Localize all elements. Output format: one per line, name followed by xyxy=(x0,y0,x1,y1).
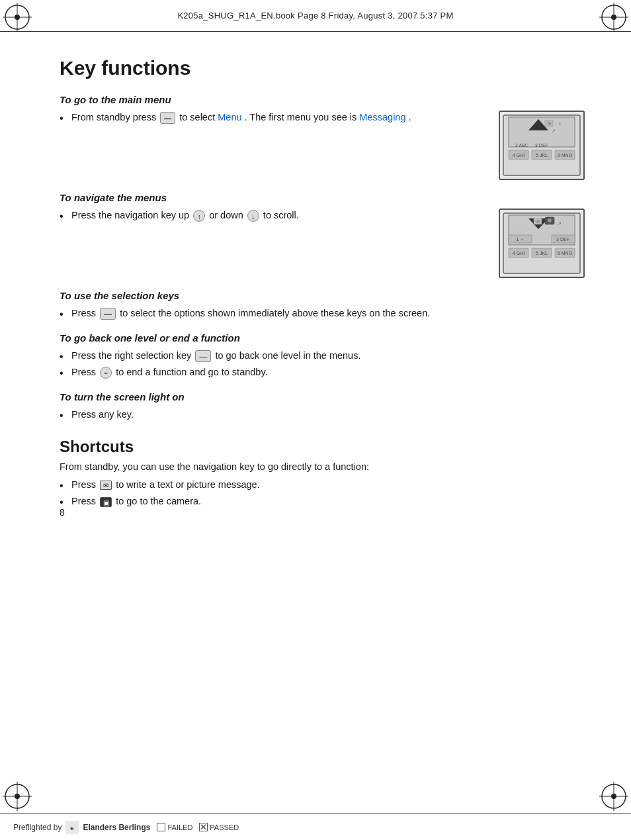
elanders-logo-icon: E xyxy=(65,821,79,834)
svg-text:3 DEF: 3 DEF xyxy=(556,237,569,242)
svg-text:2 ABC: 2 ABC xyxy=(515,143,528,148)
preflighted-section: Preflighted by E Elanders Berlings FAILE… xyxy=(13,821,239,834)
main-menu-text-2: to select xyxy=(179,112,218,122)
failed-checkbox xyxy=(157,823,165,831)
passed-section: PASSED xyxy=(199,823,239,831)
go-back-text-4: to end a function and go to standby. xyxy=(116,367,268,377)
go-back-bullet-2: Press ⌁ to end a function and go to stan… xyxy=(60,365,585,379)
svg-text:5 JKL: 5 JKL xyxy=(536,251,548,256)
menu-highlight-2: Messaging xyxy=(359,112,405,122)
svg-text:♪: ♪ xyxy=(558,120,561,126)
end-call-icon: ⌁ xyxy=(100,367,112,379)
section-main-menu: To go to the main menu From standby pres… xyxy=(60,94,585,180)
section-navigate-content: Press the navigation key up ↑ or down ↓ … xyxy=(60,209,585,278)
shortcuts-bullets: Press ✉ to write a text or picture messa… xyxy=(60,478,585,508)
reg-mark-bottom-right xyxy=(599,782,628,811)
section-header-navigate: To navigate the menus xyxy=(60,192,585,203)
svg-text:6 MNO: 6 MNO xyxy=(558,251,573,256)
passed-checkbox xyxy=(199,823,208,831)
svg-text:↗: ↗ xyxy=(558,221,562,226)
preflighted-label: Preflighted by xyxy=(13,823,62,832)
envelope-icon: ✉ xyxy=(100,481,112,490)
shortcuts-text-1: Press xyxy=(71,479,99,490)
header-text: K205a_SHUG_R1A_EN.book Page 8 Friday, Au… xyxy=(177,11,453,21)
shortcuts-bullet-1: Press ✉ to write a text or picture messa… xyxy=(60,478,585,492)
nav-down-icon: ↓ xyxy=(247,210,259,222)
shortcuts-text-4: to go to the camera. xyxy=(116,496,201,506)
section-header-screen-light: To turn the screen light on xyxy=(60,391,585,402)
go-back-bullet-1: Press the right selection key — to go ba… xyxy=(60,349,585,363)
selection-key-icon: — xyxy=(100,308,116,320)
svg-text:5 JKL: 5 JKL xyxy=(536,153,548,158)
section-header-go-back: To go back one level or end a function xyxy=(60,332,585,344)
main-content: Key functions To go to the main menu Fro… xyxy=(0,32,631,531)
reg-mark-top-left xyxy=(3,3,32,32)
screen-light-text: Press any key. xyxy=(71,409,134,420)
failed-label: FAILED xyxy=(167,823,192,831)
page-number: 8 xyxy=(60,507,65,518)
screen-light-bullets: Press any key. xyxy=(60,408,585,422)
section-navigate-menus: To navigate the menus Press the navigati… xyxy=(60,192,585,278)
menu-highlight-1: Menu xyxy=(218,112,241,122)
main-menu-text-1: From standby press xyxy=(71,112,159,122)
navigate-text-3: to scroll. xyxy=(263,210,299,220)
bottom-bar: Preflighted by E Elanders Berlings FAILE… xyxy=(0,814,631,840)
go-back-text-3: Press xyxy=(71,367,99,377)
section-selection-keys: To use the selection keys Press — to sel… xyxy=(60,290,585,320)
section-header-selection: To use the selection keys xyxy=(60,290,585,301)
go-back-bullets: Press the right selection key — to go ba… xyxy=(60,349,585,379)
main-menu-bullet-1: From standby press — to select Menu . Th… xyxy=(60,111,485,124)
phone-image-main-menu: ✉ ♪ ↗ 4 GHI 5 JKL 6 MNO 2 ABC 3 DEF xyxy=(499,111,585,180)
failed-section: FAILED xyxy=(157,823,192,831)
section-navigate-text: Press the navigation key up ↑ or down ↓ … xyxy=(60,209,485,225)
section-screen-light: To turn the screen light on Press any ke… xyxy=(60,391,585,422)
shortcuts-title: Shortcuts xyxy=(60,438,585,456)
svg-text:✉: ✉ xyxy=(548,122,551,126)
selection-bullets: Press — to select the options shown imme… xyxy=(60,306,585,320)
navigate-bullet-1: Press the navigation key up ↑ or down ↓ … xyxy=(60,209,485,222)
svg-text:3 DEF: 3 DEF xyxy=(535,143,548,148)
menu-key-icon: — xyxy=(160,112,175,124)
selection-bullet-1: Press — to select the options shown imme… xyxy=(60,306,585,320)
passed-label: PASSED xyxy=(210,823,239,831)
svg-point-35 xyxy=(548,218,552,222)
phone-image-navigate: ✉ ↗ 1 ← 3 DEF 4 GHI 5 JKL 6 MNO xyxy=(499,209,585,278)
shortcuts-section: Shortcuts From standby, you can use the … xyxy=(60,438,585,508)
svg-text:E: E xyxy=(71,825,75,831)
top-header-bar: K205a_SHUG_R1A_EN.book Page 8 Friday, Au… xyxy=(0,0,631,32)
section-go-back: To go back one level or end a function P… xyxy=(60,332,585,379)
screen-light-bullet-1: Press any key. xyxy=(60,408,585,422)
go-back-text-1: Press the right selection key xyxy=(71,350,194,361)
svg-text:✉: ✉ xyxy=(536,220,540,224)
brand-name: Elanders Berlings xyxy=(83,823,150,832)
svg-text:4 GHI: 4 GHI xyxy=(513,153,525,158)
selection-text-1: Press xyxy=(71,308,99,318)
navigate-text-2: or down xyxy=(209,210,246,220)
navigate-bullets: Press the navigation key up ↑ or down ↓ … xyxy=(60,209,485,222)
nav-up-icon: ↑ xyxy=(193,210,205,222)
shortcuts-intro: From standby, you can use the navigation… xyxy=(60,460,585,474)
selection-text-2: to select the options shown immediately … xyxy=(120,308,430,318)
main-menu-text-4: . xyxy=(409,112,411,122)
go-back-text-2: to go back one level in the menus. xyxy=(215,350,360,361)
section-header-main-menu: To go to the main menu xyxy=(60,94,585,105)
right-selection-icon: — xyxy=(195,350,211,362)
svg-text:1 ←: 1 ← xyxy=(517,237,525,242)
camera-icon: ▣ xyxy=(100,497,112,507)
navigate-text-1: Press the navigation key up xyxy=(71,210,192,220)
svg-text:6 MNO: 6 MNO xyxy=(558,153,573,158)
svg-text:4 GHI: 4 GHI xyxy=(513,251,525,256)
reg-mark-top-right xyxy=(599,3,628,32)
section-main-menu-text: From standby press — to select Menu . Th… xyxy=(60,111,485,127)
svg-text:↗: ↗ xyxy=(552,128,556,133)
shortcuts-bullet-2: Press ▣ to go to the camera. xyxy=(60,494,585,508)
main-menu-bullets: From standby press — to select Menu . Th… xyxy=(60,111,485,124)
main-menu-text-3: . The first menu you see is xyxy=(245,112,360,122)
reg-mark-bottom-left xyxy=(3,782,32,811)
shortcuts-text-3: Press xyxy=(71,496,99,506)
page-title: Key functions xyxy=(60,57,585,79)
shortcuts-text-2: to write a text or picture message. xyxy=(116,479,260,490)
section-main-menu-content: From standby press — to select Menu . Th… xyxy=(60,111,585,180)
